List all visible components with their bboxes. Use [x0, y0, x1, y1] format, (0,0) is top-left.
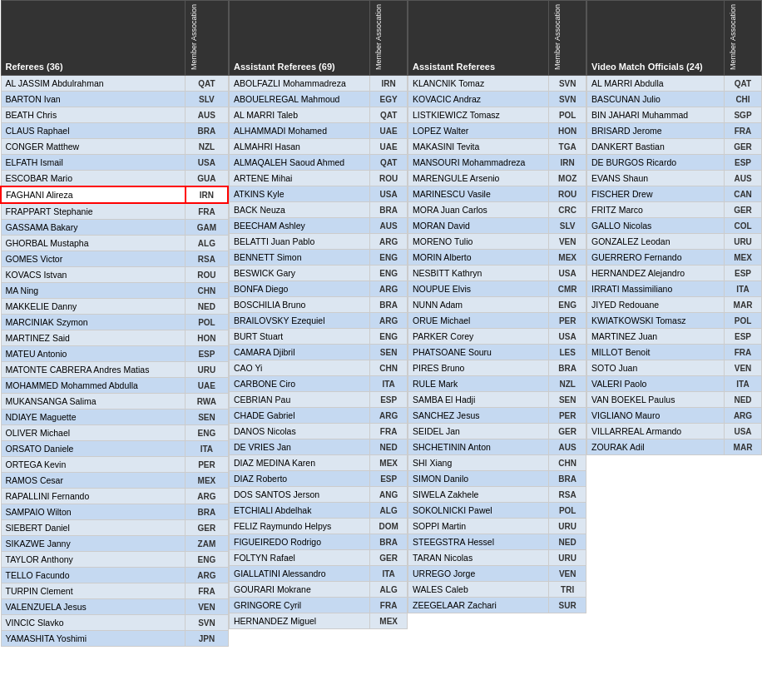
table-row: MORENO TulioVEN [408, 234, 586, 250]
referee-name: MAKASINI Tevita [408, 139, 549, 155]
referee-code: TGA [549, 139, 586, 155]
referee-name: BEATH Chris [1, 107, 186, 123]
referee-name: MORAN David [408, 218, 549, 234]
referee-name: FIGUEIREDO Rodrigo [230, 534, 370, 550]
table-row: IRRATI MassimilianoITA [587, 281, 762, 297]
table-row: ORUE MichaelPER [408, 313, 586, 329]
table-row: FAGHANI AlirezaIRN [1, 186, 228, 203]
table-row: DE BURGOS RicardoESP [587, 155, 762, 171]
table-row: MAKKELIE DannyNED [1, 299, 228, 315]
referee-code: IRN [370, 76, 408, 92]
table-row: CLAUS RaphaelBRA [1, 123, 228, 139]
referee-code: ITA [370, 376, 408, 392]
assistant2-body: KLANCNIK TomazSVNKOVACIC AndrazSVNLISTKI… [408, 76, 586, 613]
table-row: BASCUNAN JulioCHI [587, 92, 762, 107]
referee-name: ORUE Michael [408, 313, 549, 329]
referee-code: VEN [725, 360, 762, 376]
table-row: KOVACS IstvanROU [1, 267, 228, 283]
table-row: CARBONE CiroITA [230, 376, 408, 392]
table-row: SAMBA El HadjiSEN [408, 392, 586, 408]
referee-name: GRINGORE Cyril [230, 598, 370, 613]
tables-wrapper: Referees (36) Member Assocation AL JASSI… [0, 0, 762, 647]
referee-code: VEN [186, 599, 228, 615]
referee-name: BACK Neuza [230, 202, 370, 218]
referee-name: ZOURAK Adil [587, 439, 725, 455]
referee-name: SIMON Danilo [408, 471, 549, 487]
referee-name: DOS SANTOS Jerson [230, 487, 370, 503]
referee-code: ITA [725, 376, 762, 392]
referee-code: FRA [725, 345, 762, 360]
table-row: ESCOBAR MarioGUA [1, 171, 228, 187]
table-row: SOPPI MartinURU [408, 519, 586, 534]
referee-code: CHN [186, 283, 228, 299]
referee-name: VALENZUELA Jesus [1, 599, 186, 615]
referee-code: URU [549, 519, 586, 534]
table-row: BOSCHILIA BrunoBRA [230, 297, 408, 313]
table-row: ELFATH IsmailUSA [1, 155, 228, 171]
referee-code: SLV [186, 92, 228, 107]
referee-code: MEX [725, 250, 762, 266]
referee-name: VINCIC Slavko [1, 615, 186, 631]
referee-code: NED [186, 299, 228, 315]
referee-name: CEBRIAN Pau [230, 392, 370, 408]
table-row: BELATTI Juan PabloARG [230, 234, 408, 250]
referee-code: ITA [370, 566, 408, 582]
referee-name: WALES Caleb [408, 582, 549, 598]
table-row: LISTKIEWICZ TomaszPOL [408, 107, 586, 123]
referee-code: FRA [370, 424, 408, 439]
referees-section: Referees (36) Member Assocation AL JASSI… [0, 0, 229, 647]
referee-code: POL [549, 107, 586, 123]
referee-name: BELATTI Juan Pablo [230, 234, 370, 250]
referee-code: SEN [186, 410, 228, 425]
referee-name: LOPEZ Walter [408, 123, 549, 139]
referee-code: ROU [370, 171, 408, 186]
referee-code: MOZ [549, 171, 586, 186]
referee-code: BRA [186, 123, 228, 139]
referee-name: DE BURGOS Ricardo [587, 155, 725, 171]
table-row: ZOURAK AdilMAR [587, 439, 762, 455]
referee-name: FOLTYN Rafael [230, 550, 370, 566]
table-row: TAYLOR AnthonyENG [1, 552, 228, 568]
table-row: VINCIC SlavkoSVN [1, 615, 228, 631]
referee-name: SAMBA El Hadji [408, 392, 549, 408]
table-row: TURPIN ClementFRA [1, 583, 228, 599]
referee-code: ARG [186, 568, 228, 583]
referee-name: BARTON Ivan [1, 92, 186, 107]
referee-name: BRAILOVSKY Ezequiel [230, 313, 370, 329]
referee-name: NOUPUE Elvis [408, 281, 549, 297]
table-row: MARINESCU VasileROU [408, 186, 586, 202]
referee-name: FISCHER Drew [587, 186, 725, 202]
referee-name: SHI Xiang [408, 455, 549, 471]
referee-name: RULE Mark [408, 376, 549, 392]
referee-name: PARKER Corey [408, 329, 549, 345]
referee-code: GAM [186, 220, 228, 236]
referee-code: NED [549, 534, 586, 550]
referee-name: ORTEGA Kevin [1, 457, 186, 473]
referee-name: RAPALLINI Fernando [1, 489, 186, 504]
referee-name: MORIN Alberto [408, 250, 549, 266]
referee-code: TRI [549, 582, 586, 598]
table-row: ORTEGA KevinPER [1, 457, 228, 473]
referee-code: ALG [186, 236, 228, 251]
referee-code: GER [370, 550, 408, 566]
table-row: MUKANSANGA SalimaRWA [1, 394, 228, 410]
referee-name: NUNN Adam [408, 297, 549, 313]
referee-name: NDIAYE Maguette [1, 410, 186, 425]
table-row: KWIATKOWSKI TomaszPOL [587, 313, 762, 329]
referee-code: PER [549, 408, 586, 424]
referee-code: NZL [186, 139, 228, 155]
assistant2-table: Assistant Referees Member Assocation KLA… [408, 0, 586, 613]
referee-name: TELLO Facundo [1, 568, 186, 583]
table-row: RAMOS CesarMEX [1, 473, 228, 489]
referee-code: RSA [186, 251, 228, 267]
table-row: TELLO FacundoARG [1, 568, 228, 583]
table-row: GHORBAL MustaphaALG [1, 236, 228, 251]
referee-code: PER [549, 313, 586, 329]
referee-code: USA [186, 155, 228, 171]
table-row: SIKAZWE JannyZAM [1, 536, 228, 552]
referee-name: GHORBAL Mustapha [1, 236, 186, 251]
referee-name: HERNANDEZ Alejandro [587, 266, 725, 281]
referee-code: ITA [725, 281, 762, 297]
referee-code: ESP [370, 392, 408, 408]
referee-name: AL MARRI Abdulla [587, 76, 725, 92]
